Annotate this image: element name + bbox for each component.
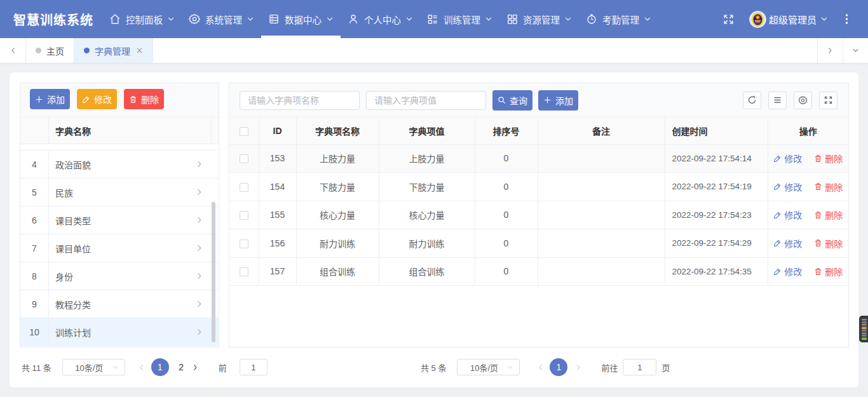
chevron-left-icon: [536, 363, 545, 372]
dict-name-row[interactable]: 8 身份: [20, 262, 219, 290]
toolbar-button[interactable]: 修改: [77, 89, 117, 109]
table-scrollbar-thumb[interactable]: [212, 202, 215, 342]
prev-page-button[interactable]: [137, 362, 147, 372]
tab[interactable]: 字典管理: [74, 38, 153, 63]
delete-link[interactable]: 删除: [814, 237, 843, 250]
tabs-scroll-left-button[interactable]: [0, 38, 25, 63]
edit-label: 修改: [784, 208, 802, 221]
edit-link[interactable]: 修改: [773, 208, 802, 221]
delete-link[interactable]: 删除: [814, 265, 843, 278]
tab[interactable]: 主页: [25, 38, 74, 63]
chevron-down-icon: [112, 364, 119, 371]
row-checkbox[interactable]: [240, 239, 248, 248]
cell-id: 157: [259, 257, 296, 286]
nav-menu-item[interactable]: 数据中心: [263, 0, 339, 38]
nav-menu-icon: [189, 13, 200, 25]
nav-menu-item[interactable]: 系统管理: [184, 0, 259, 38]
chevron-left-icon: [137, 363, 146, 372]
open-tabs: 主页 字典管理: [25, 38, 153, 63]
edit-link[interactable]: 修改: [773, 265, 802, 278]
dict-item-pagination: 共 5 条 10条/页 1 前往 页: [421, 358, 670, 376]
delete-link[interactable]: 删除: [814, 152, 843, 165]
cell-actions: 修改 删除: [768, 201, 848, 229]
delete-link[interactable]: 删除: [814, 208, 843, 221]
delete-link[interactable]: 删除: [814, 180, 843, 193]
chevron-right-icon[interactable]: [195, 160, 203, 168]
prev-page-button[interactable]: [535, 362, 545, 372]
dict-name-row[interactable]: 10 训练计划: [20, 318, 219, 346]
tool-icon: [747, 95, 757, 105]
page-number[interactable]: 1: [151, 358, 169, 376]
app-logo: 智慧训练系统: [13, 10, 93, 29]
more-dots-icon[interactable]: [844, 13, 849, 25]
cell-item-value: 组合训练: [379, 257, 475, 286]
dict-name-row[interactable]: 6 课目类型: [20, 206, 219, 234]
dict-item-row: 156 耐力训练 耐力训练 0 2022-09-22 17:54:29 修改: [229, 229, 848, 258]
dict-name-row[interactable]: 9 教程分类: [20, 290, 219, 318]
fullscreen-icon[interactable]: [723, 14, 734, 25]
chevron-right-icon[interactable]: [195, 272, 203, 280]
chevron-right-icon[interactable]: [195, 216, 203, 224]
dict-item-value-input[interactable]: [366, 91, 486, 110]
tool-button[interactable]: [819, 91, 837, 109]
side-tool-widget[interactable]: [859, 316, 868, 342]
nav-menu-icon: [109, 13, 121, 25]
tab-dot: [36, 48, 41, 53]
jumper-input[interactable]: [623, 359, 656, 375]
row-checkbox[interactable]: [240, 183, 248, 192]
dict-name-row[interactable]: 5 民族: [20, 178, 219, 206]
toolbar-button[interactable]: 删除: [124, 89, 164, 109]
tool-button[interactable]: [794, 91, 812, 109]
cell-item-value: 耐力训练: [379, 229, 475, 258]
row-checkbox[interactable]: [240, 267, 248, 276]
tool-button[interactable]: [768, 91, 787, 109]
edit-link[interactable]: 修改: [773, 237, 802, 250]
tabs-menu-button[interactable]: [843, 38, 868, 63]
edit-link[interactable]: 修改: [773, 180, 802, 193]
nav-menu-item[interactable]: 资源管理: [501, 0, 577, 38]
dict-name-row[interactable]: 7 课目单位: [20, 234, 219, 262]
page-numbers: 1: [545, 358, 572, 376]
page-number[interactable]: 1: [550, 358, 567, 376]
chevron-right-icon[interactable]: [195, 300, 203, 308]
next-page-button[interactable]: [191, 362, 201, 372]
row-checkbox[interactable]: [240, 154, 248, 163]
username[interactable]: 超级管理员: [769, 13, 817, 26]
chevron-left-icon: [9, 46, 17, 55]
add-button[interactable]: 添加: [538, 90, 578, 111]
col-remark: 备注: [538, 118, 665, 144]
nav-menu-item[interactable]: 训练管理: [422, 0, 498, 38]
page-number[interactable]: 2: [177, 362, 186, 372]
row-index: 4: [20, 151, 49, 178]
nav-menu-item[interactable]: 个人中心: [342, 0, 418, 38]
avatar[interactable]: [749, 11, 766, 28]
page-size-select[interactable]: 10条/页: [457, 359, 520, 375]
dict-item-row: 155 核心力量 核心力量 0 2022-09-22 17:54:23 修改: [229, 201, 848, 229]
chevron-right-icon[interactable]: [195, 188, 203, 196]
tab-close-icon[interactable]: [136, 47, 143, 54]
chevron-right-icon[interactable]: [195, 244, 203, 252]
chevron-down-icon: [485, 15, 492, 23]
nav-menu-icon: [268, 13, 280, 25]
tabs-right-controls: [817, 38, 868, 63]
row-checkbox[interactable]: [240, 211, 248, 220]
plus-icon: [543, 96, 552, 104]
dict-item-name-input[interactable]: [240, 91, 360, 110]
page-size-select[interactable]: 10条/页: [62, 359, 125, 375]
tool-button[interactable]: [743, 91, 761, 109]
tool-icon: [798, 95, 808, 105]
next-page-button[interactable]: [573, 362, 583, 372]
dict-name-rows: 4 政治面貌 5 民族 6 课目类型 7: [20, 151, 219, 346]
row-dict-name: 身份: [49, 270, 195, 283]
user-chevron-down-icon[interactable]: [820, 15, 828, 23]
dict-name-row[interactable]: 4 政治面貌: [20, 151, 219, 178]
toolbar-button[interactable]: 添加: [30, 89, 70, 109]
nav-menu-item[interactable]: 考勤管理: [581, 0, 656, 38]
chevron-right-icon[interactable]: [195, 328, 203, 336]
tabs-scroll-right-button[interactable]: [817, 38, 843, 63]
select-all-checkbox[interactable]: [240, 127, 248, 136]
jumper-input[interactable]: [240, 359, 268, 375]
edit-link[interactable]: 修改: [773, 152, 802, 165]
nav-menu-item[interactable]: 控制面板: [104, 0, 180, 38]
search-button[interactable]: 查询: [492, 90, 532, 111]
